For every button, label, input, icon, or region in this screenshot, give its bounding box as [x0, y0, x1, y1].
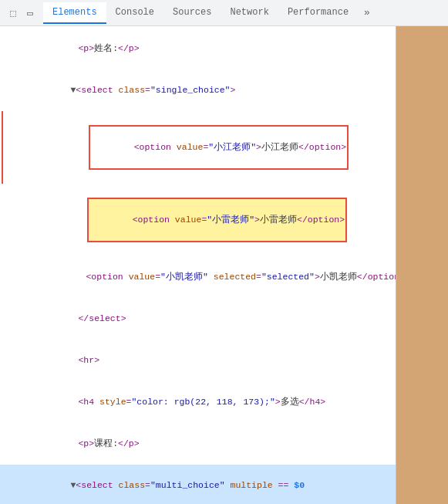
code-line-8[interactable]: <h4 style="color: rgb(22, 118, 173);">多选…: [0, 381, 396, 423]
tag-p-close: </p>: [118, 43, 140, 53]
main-area: <p>姓名:</p> ▼<select class="single_choice…: [0, 26, 448, 504]
tag-p-open: <p>: [78, 43, 94, 53]
devtools-icons: ⬚ ▭: [3, 6, 37, 20]
option-1-highlight: <option value="小江老师">小江老师</option>: [89, 125, 349, 170]
code-line-7[interactable]: <hr>: [0, 340, 396, 381]
side-panel: [396, 26, 448, 504]
code-line-3[interactable]: <option value="小江老师">小江老师</option>: [2, 111, 396, 184]
code-line-6[interactable]: </select>: [0, 298, 396, 340]
code-line-2[interactable]: ▼<select class="single_choice">: [0, 69, 396, 111]
inspect-icon[interactable]: ⬚: [6, 6, 20, 20]
tab-network[interactable]: Network: [221, 2, 278, 24]
code-line-9[interactable]: <p>课程:</p>: [0, 423, 396, 465]
tab-bar: ⬚ ▭ Elements Console Sources Network Per…: [0, 0, 448, 26]
code-line-10[interactable]: ▼<select class="multi_choice" multiple =…: [0, 465, 396, 504]
tab-elements[interactable]: Elements: [43, 2, 106, 24]
tab-performance[interactable]: Performance: [278, 2, 358, 24]
option-2-highlight: <option value="小雷老师">小雷老师</option>: [87, 198, 347, 242]
code-line-5[interactable]: <option value="小凯老师" selected="selected"…: [0, 256, 396, 298]
tab-sources[interactable]: Sources: [163, 2, 221, 24]
code-line-1[interactable]: <p>姓名:</p>: [0, 28, 396, 69]
code-panel[interactable]: <p>姓名:</p> ▼<select class="single_choice…: [0, 26, 396, 504]
tab-console[interactable]: Console: [106, 2, 163, 24]
device-icon[interactable]: ▭: [23, 6, 37, 20]
code-line-4[interactable]: <option value="小雷老师">小雷老师</option>: [2, 184, 396, 256]
tab-more[interactable]: »: [358, 2, 376, 23]
side-panel-top: [396, 26, 448, 504]
